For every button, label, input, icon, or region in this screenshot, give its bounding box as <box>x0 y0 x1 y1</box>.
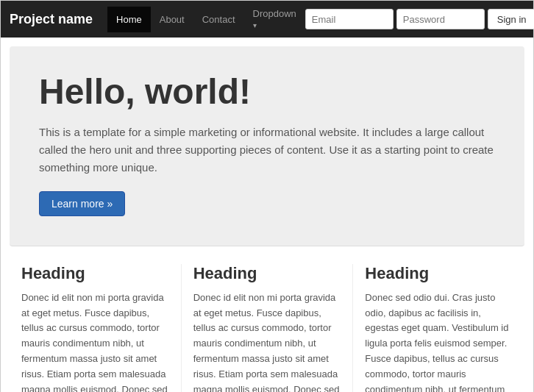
signin-button[interactable]: Sign in <box>488 9 534 29</box>
page-wrapper: Project name Home About Contact Dropdown… <box>0 0 534 392</box>
hero-section: Hello, world! This is a template for a s… <box>10 46 524 246</box>
hero-description: This is a template for a simple marketin… <box>39 124 495 177</box>
nav-links: Home About Contact Dropdown <box>107 1 305 38</box>
column-1-heading: Heading <box>21 264 169 283</box>
navbar-form: Sign in <box>305 9 534 29</box>
email-input[interactable] <box>305 9 394 29</box>
navbar: Project name Home About Contact Dropdown… <box>1 1 533 38</box>
column-3-body: Donec sed odio dui. Cras justo odio, dap… <box>365 291 513 392</box>
password-input[interactable] <box>396 9 485 29</box>
nav-item-about: About <box>151 7 193 32</box>
columns-section: Heading Donec id elit non mi porta gravi… <box>1 264 533 392</box>
nav-link-about[interactable]: About <box>151 7 193 32</box>
nav-item-contact: Contact <box>193 7 244 32</box>
navbar-brand[interactable]: Project name <box>10 12 93 27</box>
column-1-body: Donec id elit non mi porta gravida at eg… <box>21 291 169 392</box>
learn-more-button[interactable]: Learn more » <box>39 191 125 216</box>
nav-link-home[interactable]: Home <box>107 7 151 32</box>
column-2-heading: Heading <box>193 264 341 283</box>
nav-link-dropdown[interactable]: Dropdown <box>244 1 305 38</box>
column-1: Heading Donec id elit non mi porta gravi… <box>10 264 181 392</box>
hero-heading: Hello, world! <box>39 73 495 112</box>
column-3: Heading Donec sed odio dui. Cras justo o… <box>352 264 524 392</box>
column-2: Heading Donec id elit non mi porta gravi… <box>181 264 353 392</box>
nav-item-dropdown: Dropdown <box>244 1 305 38</box>
nav-link-contact[interactable]: Contact <box>193 7 244 32</box>
column-3-heading: Heading <box>365 264 513 283</box>
nav-item-home: Home <box>107 7 151 32</box>
column-2-body: Donec id elit non mi porta gravida at eg… <box>193 291 341 392</box>
